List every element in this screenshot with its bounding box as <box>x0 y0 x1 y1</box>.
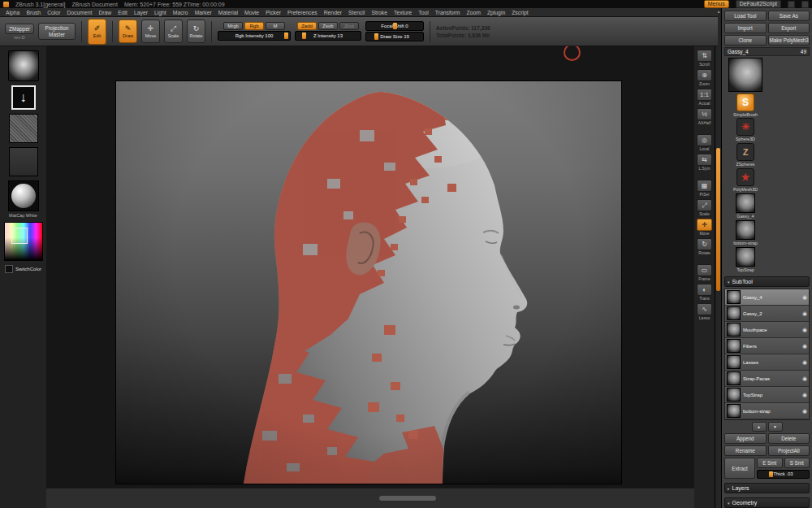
projection-master-button[interactable]: Projection Master <box>38 23 76 40</box>
menu-item[interactable]: Light <box>154 10 166 15</box>
menu-item[interactable]: Edit <box>118 10 127 15</box>
canvas-scrollbar-handle[interactable] <box>379 496 436 501</box>
menu-item[interactable]: Marker <box>195 10 212 15</box>
focal-shift-slider[interactable]: Focal Shift 0 <box>365 21 424 31</box>
right-shelf-icon[interactable]: ↻ <box>697 238 712 250</box>
zcut-button[interactable]: Zcut <box>339 22 359 30</box>
move-button[interactable]: ✛ Move <box>141 20 160 43</box>
texture-selector[interactable] <box>9 147 38 176</box>
right-shelf-icon[interactable]: ▭ <box>697 264 712 276</box>
color-picker[interactable] <box>4 222 43 261</box>
subtool-item[interactable]: Fibers ◉ <box>725 338 809 354</box>
titlebar-icon[interactable] <box>801 1 809 8</box>
right-shelf-button[interactable]: ▭ Frame <box>697 258 712 281</box>
color-swatch[interactable] <box>5 265 13 273</box>
bottom-strap-thumbnail[interactable] <box>736 220 755 240</box>
layers-section-header[interactable]: ▸ Layers <box>724 483 810 493</box>
right-shelf-button[interactable]: ✛ Move <box>697 219 712 236</box>
delete-button[interactable]: Delete <box>768 433 810 444</box>
quick-pick-topstrap[interactable]: TopStrap <box>724 247 767 272</box>
menu-item[interactable]: Macro <box>173 10 188 15</box>
subtool-section-header[interactable]: ▾ SubTool <box>724 276 810 287</box>
tool-panel-scroll-handle[interactable] <box>716 148 720 291</box>
subtool-up-button[interactable]: ▲ <box>752 422 767 432</box>
right-shelf-button[interactable]: ↻ Rotate <box>697 238 712 255</box>
slider-handle[interactable] <box>393 23 397 29</box>
visibility-eye-icon[interactable]: ◉ <box>802 294 807 301</box>
thick-slider[interactable]: Thick .03 <box>757 470 810 479</box>
visibility-eye-icon[interactable]: ◉ <box>802 359 807 366</box>
sphere3d-icon[interactable]: ✳ <box>736 118 754 136</box>
clone-button[interactable]: Clone <box>724 35 767 46</box>
s-smt-button[interactable]: S Smt <box>784 458 810 468</box>
menus-button[interactable]: Menus <box>704 0 729 8</box>
project-all-button[interactable]: ProjectAll <box>768 445 810 456</box>
right-shelf-icon[interactable]: ⇅ <box>697 50 712 62</box>
right-shelf-button[interactable]: ⇆ L.Sym <box>697 154 712 171</box>
right-shelf-icon[interactable]: ◎ <box>697 134 712 146</box>
zadd-button[interactable]: Zadd <box>297 22 317 30</box>
menu-item[interactable]: Preferences <box>287 10 317 15</box>
save-as-button[interactable]: Save As <box>768 11 810 21</box>
rgb-intensity-slider[interactable]: Rgb Intensity 100 <box>218 31 291 41</box>
current-tool-thumbnail[interactable] <box>724 58 767 92</box>
visibility-eye-icon[interactable]: ◉ <box>802 392 807 398</box>
menu-item[interactable]: Tool <box>418 10 428 15</box>
subtool-item[interactable]: bottom-strap ◉ <box>725 403 809 419</box>
right-shelf-button[interactable]: ∿ Lasso <box>697 303 712 320</box>
load-tool-button[interactable]: Load Tool <box>724 11 767 21</box>
make-polymesh3d-button[interactable]: Make PolyMesh3D <box>768 35 810 46</box>
right-shelf-button[interactable]: ▦ PtSel <box>697 173 712 197</box>
quick-pick-zsphere[interactable]: Z ZSpheres <box>724 143 767 167</box>
menu-item[interactable]: Alpha <box>6 10 19 15</box>
right-shelf-icon[interactable]: ⊕ <box>697 69 712 81</box>
visibility-eye-icon[interactable]: ◉ <box>802 310 807 317</box>
menu-item[interactable]: Transform <box>435 10 460 15</box>
right-shelf-icon[interactable]: ∿ <box>697 303 712 315</box>
right-shelf-icon[interactable]: ▦ <box>697 180 712 192</box>
zsphere-icon[interactable]: Z <box>736 143 754 161</box>
visibility-eye-icon[interactable]: ◉ <box>802 408 807 415</box>
slider-handle[interactable] <box>769 471 773 477</box>
polymesh3d-icon[interactable]: ★ <box>736 168 754 186</box>
switch-color[interactable]: SwitchColor <box>5 265 41 273</box>
subtool-item[interactable]: Gassy_4 ◉ <box>725 289 809 306</box>
visibility-eye-icon[interactable]: ◉ <box>802 327 807 333</box>
canvas-area[interactable] <box>46 46 694 488</box>
subtool-item[interactable]: TopStrap ◉ <box>725 387 809 403</box>
quick-pick-polymesh3d[interactable]: ★ PolyMesh3D <box>724 168 767 192</box>
menu-item[interactable]: Render <box>324 10 342 15</box>
simplebrush-icon[interactable]: S <box>736 93 754 111</box>
subtool-item[interactable]: Gassy_2 ◉ <box>725 306 809 322</box>
scale-button[interactable]: ⤢ Scale <box>164 20 183 43</box>
right-shelf-button[interactable]: ½ AAHalf <box>697 108 712 125</box>
rotate-button[interactable]: ↻ Rotate <box>187 20 205 43</box>
color-picker-selector[interactable] <box>11 228 28 244</box>
right-shelf-button[interactable]: ⊕ Zoom <box>697 69 712 86</box>
rename-button[interactable]: Rename <box>724 445 767 456</box>
menu-item[interactable]: Stroke <box>371 10 387 15</box>
right-shelf-icon[interactable]: ✛ <box>697 219 712 231</box>
menu-item[interactable]: Color <box>47 10 60 15</box>
visibility-eye-icon[interactable]: ◉ <box>802 343 807 350</box>
slider-handle[interactable] <box>284 33 288 39</box>
menu-item[interactable]: Brush <box>26 10 41 15</box>
menu-item[interactable]: Zoom <box>467 10 481 15</box>
menu-item[interactable]: Texture <box>394 10 412 15</box>
mrgb-button[interactable]: Mrgb <box>223 22 243 30</box>
current-tool-header[interactable]: Gassy_4 49 <box>724 47 810 56</box>
e-smt-button[interactable]: E Smt <box>757 458 783 468</box>
right-shelf-button[interactable]: ◎ Local <box>697 128 712 151</box>
head-model[interactable] <box>116 81 621 484</box>
document-viewport[interactable] <box>116 81 621 484</box>
z-intensity-slider[interactable]: Z Intensity 13 <box>295 31 361 41</box>
subtool-item[interactable]: Mouthpace ◉ <box>725 322 809 338</box>
append-button[interactable]: Append <box>724 433 767 444</box>
m-button[interactable]: M <box>266 22 285 30</box>
right-shelf-button[interactable]: ◐ Trans <box>697 284 712 301</box>
right-shelf-button[interactable]: ⤢ Scale <box>697 199 712 216</box>
right-shelf-icon[interactable]: 1:1 <box>697 89 712 101</box>
quick-pick-simplebrush[interactable]: S SimpleBrush ✳ Sphere3D <box>724 93 767 141</box>
import-button[interactable]: Import <box>724 23 767 33</box>
menu-item[interactable]: Stencil <box>348 10 365 15</box>
